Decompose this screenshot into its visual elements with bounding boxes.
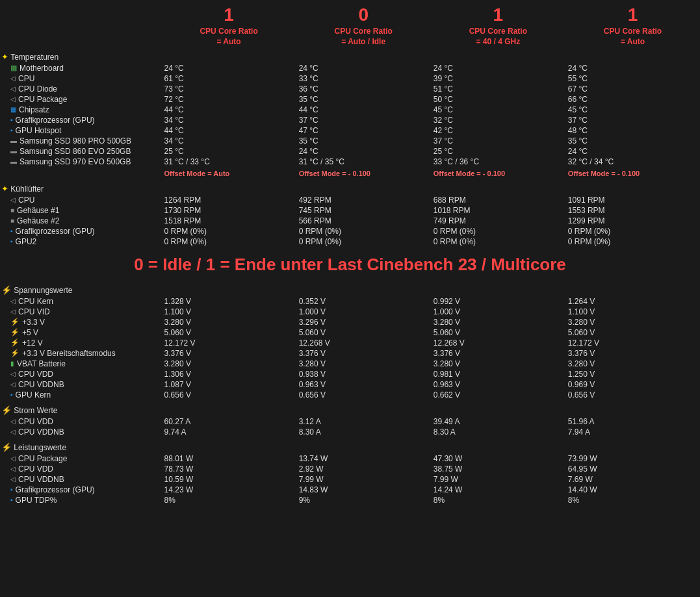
fan-val2-0: 492 RPM bbox=[296, 195, 431, 205]
main-container: 1 CPU Core Ratio = Auto 0 CPU Core Ratio… bbox=[0, 0, 700, 508]
power-label-0: ◁ CPU Package bbox=[0, 453, 162, 464]
fan-val1-0: 1264 RPM bbox=[162, 195, 296, 205]
temp-row: ◁ CPU Package 72 °C 35 °C 50 °C 66 °C bbox=[0, 94, 700, 105]
volt-label-1: ◁ CPU VID bbox=[0, 307, 162, 317]
col-header-text-4: CPU Core Ratio = Auto bbox=[604, 27, 662, 46]
current-val4-0: 51.96 A bbox=[565, 416, 700, 427]
volt-val1-5: 3.376 V bbox=[162, 348, 296, 359]
temp-val2-6: 47 °C bbox=[296, 125, 431, 136]
temp-label-8: ▬ Samsung SSD 860 EVO 250GB bbox=[0, 146, 162, 157]
column-header-row: 1 CPU Core Ratio = Auto 0 CPU Core Ratio… bbox=[0, 3, 700, 48]
temp-row: ▬ Samsung SSD 970 EVO 500GB 31 °C / 33 °… bbox=[0, 157, 700, 167]
current-val1-1: 9.74 A bbox=[162, 427, 296, 437]
volt-section-title: Spannungswerte bbox=[14, 286, 72, 295]
col-number-2: 0 bbox=[299, 3, 428, 27]
big-message: 0 = Idle / 1 = Ende unter Last Cinebench… bbox=[0, 247, 700, 280]
temp-val1-4: 44 °C bbox=[162, 105, 296, 115]
temp-val4-5: 37 °C bbox=[565, 115, 700, 125]
temp-val1-8: 25 °C bbox=[162, 146, 296, 157]
temp-val2-8: 24 °C bbox=[296, 146, 431, 157]
current-label-0: ◁ CPU VDD bbox=[0, 416, 162, 427]
volt-val2-0: 0.352 V bbox=[296, 296, 431, 307]
volt-val1-9: 0.656 V bbox=[162, 390, 296, 400]
volt-row: ⚡ +3.3 V 3.280 V 3.296 V 3.280 V 3.280 V bbox=[0, 317, 700, 327]
power-label-2: ◁ CPU VDDNB bbox=[0, 474, 162, 485]
col-number-3: 1 bbox=[434, 3, 563, 27]
power-row: ◁ CPU VDDNB 10.59 W 7.99 W 7.99 W 7.69 W bbox=[0, 474, 700, 485]
fan-val1-1: 1730 RPM bbox=[162, 205, 296, 216]
volt-val3-9: 0.662 V bbox=[431, 390, 565, 400]
col-header-text-3: CPU Core Ratio = 40 / 4 GHz bbox=[469, 27, 527, 46]
volt-val4-2: 3.280 V bbox=[565, 317, 700, 327]
temp-val3-4: 45 °C bbox=[431, 105, 565, 115]
fan-val3-4: 0 RPM (0%) bbox=[431, 236, 565, 247]
fan-val1-3: 0 RPM (0%) bbox=[162, 226, 296, 236]
temp-val1-1: 61 °C bbox=[162, 73, 296, 84]
fan-section-title: Kühllüfter bbox=[10, 184, 44, 194]
power-val4-4: 8% bbox=[565, 495, 700, 505]
fan-label-1: ■ Gehäuse #1 bbox=[0, 205, 162, 216]
temp-val1-6: 44 °C bbox=[162, 125, 296, 136]
temp-label-6: ▪ GPU Hotspot bbox=[0, 125, 162, 136]
temp-label-1: ◁ CPU bbox=[0, 73, 162, 84]
volt-val4-7: 1.250 V bbox=[565, 369, 700, 379]
col-header-2: 0 CPU Core Ratio = Auto / Idle bbox=[296, 3, 431, 48]
fan-val4-2: 1299 RPM bbox=[565, 216, 700, 226]
power-row: ◁ CPU VDD 78.73 W 2.92 W 38.75 W 64.95 W bbox=[0, 464, 700, 474]
power-label-4: ▪ GPU TDP% bbox=[0, 495, 162, 505]
volt-row: ◁ CPU VDDNB 1.087 V 0.963 V 0.963 V 0.96… bbox=[0, 379, 700, 390]
section-voltages: ⚡ Spannungswerte bbox=[0, 280, 700, 296]
volt-label-2: ⚡ +3.3 V bbox=[0, 317, 162, 327]
fan-row: ■ Gehäuse #1 1730 RPM 745 RPM 1018 RPM 1… bbox=[0, 205, 700, 216]
data-table: 1 CPU Core Ratio = Auto 0 CPU Core Ratio… bbox=[0, 3, 700, 505]
fan-val2-1: 745 RPM bbox=[296, 205, 431, 216]
temp-section-title: Temperaturen bbox=[10, 53, 58, 62]
fan-row: ■ Gehäuse #2 1518 RPM 566 RPM 749 RPM 12… bbox=[0, 216, 700, 226]
temp-val2-7: 35 °C bbox=[296, 136, 431, 146]
temp-val3-7: 37 °C bbox=[431, 136, 565, 146]
volt-label-4: ⚡ +12 V bbox=[0, 338, 162, 348]
volt-label-0: ◁ CPU Kern bbox=[0, 296, 162, 307]
temp-row: ▬ Samsung SSD 860 EVO 250GB 25 °C 24 °C … bbox=[0, 146, 700, 157]
power-row: ▪ Grafikprozessor (GPU) 14.23 W 14.83 W … bbox=[0, 485, 700, 495]
power-val3-2: 7.99 W bbox=[431, 474, 565, 485]
col-number-4: 1 bbox=[568, 3, 697, 27]
volt-row: ▪ GPU Kern 0.656 V 0.656 V 0.662 V 0.656… bbox=[0, 390, 700, 400]
volt-label-6: ▮ VBAT Batterie bbox=[0, 359, 162, 369]
temp-val3-2: 51 °C bbox=[431, 84, 565, 94]
temp-val3-3: 50 °C bbox=[431, 94, 565, 105]
temp-val3-1: 39 °C bbox=[431, 73, 565, 84]
label-header bbox=[0, 3, 162, 48]
volt-val3-2: 3.280 V bbox=[431, 317, 565, 327]
current-val2-1: 8.30 A bbox=[296, 427, 431, 437]
volt-val2-1: 1.000 V bbox=[296, 307, 431, 317]
offset-row: Offset Mode = Auto Offset Mode = - 0.100… bbox=[0, 167, 700, 179]
volt-val3-1: 1.000 V bbox=[431, 307, 565, 317]
volt-val1-7: 1.306 V bbox=[162, 369, 296, 379]
volt-row: ⚡ +3.3 V Bereitschaftsmodus 3.376 V 3.37… bbox=[0, 348, 700, 359]
temp-label-5: ▪ Grafikprozessor (GPU) bbox=[0, 115, 162, 125]
temp-row: ◁ CPU 61 °C 33 °C 39 °C 55 °C bbox=[0, 73, 700, 84]
temp-val1-0: 24 °C bbox=[162, 63, 296, 73]
volt-row: ◁ CPU Kern 1.328 V 0.352 V 0.992 V 1.264… bbox=[0, 296, 700, 307]
volt-val4-0: 1.264 V bbox=[565, 296, 700, 307]
temp-val2-2: 36 °C bbox=[296, 84, 431, 94]
temp-val3-6: 42 °C bbox=[431, 125, 565, 136]
offset-val4: Offset Mode = - 0.100 bbox=[565, 167, 700, 179]
fan-val1-4: 0 RPM (0%) bbox=[162, 236, 296, 247]
fan-label-3: ▪ Grafikprozessor (GPU) bbox=[0, 226, 162, 236]
fan-row: ◁ CPU 1264 RPM 492 RPM 688 RPM 1091 RPM bbox=[0, 195, 700, 205]
temp-val3-0: 24 °C bbox=[431, 63, 565, 73]
temp-val3-5: 32 °C bbox=[431, 115, 565, 125]
power-val1-3: 14.23 W bbox=[162, 485, 296, 495]
fan-row: ▪ GPU2 0 RPM (0%) 0 RPM (0%) 0 RPM (0%) … bbox=[0, 236, 700, 247]
temp-row: ▦ Chipsatz 44 °C 44 °C 45 °C 45 °C bbox=[0, 105, 700, 115]
power-val2-2: 7.99 W bbox=[296, 474, 431, 485]
volt-label-7: ◁ CPU VDD bbox=[0, 369, 162, 379]
volt-val3-0: 0.992 V bbox=[431, 296, 565, 307]
volt-row: ▮ VBAT Batterie 3.280 V 3.280 V 3.280 V … bbox=[0, 359, 700, 369]
fan-val3-2: 749 RPM bbox=[431, 216, 565, 226]
section-power: ⚡ Leistungswerte bbox=[0, 437, 700, 453]
current-val4-1: 7.94 A bbox=[565, 427, 700, 437]
temp-label-3: ◁ CPU Package bbox=[0, 94, 162, 105]
